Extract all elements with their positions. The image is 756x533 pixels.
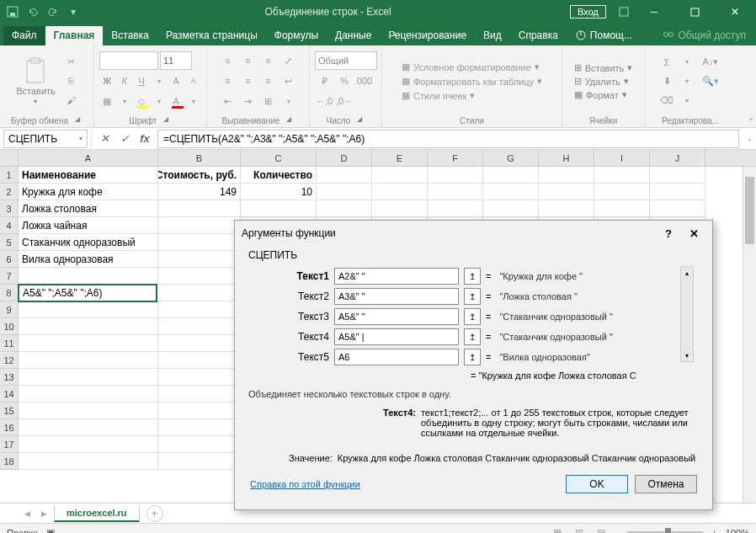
wrap-text-icon[interactable]: ↩	[280, 72, 298, 90]
decrease-decimal-icon[interactable]: ,0→	[335, 92, 354, 110]
col-header-A[interactable]: A	[19, 150, 158, 166]
col-header-D[interactable]: D	[317, 150, 372, 166]
tab-assist[interactable]: Помощ...	[567, 26, 641, 45]
cell-B2[interactable]: 149	[158, 184, 241, 200]
cell-A12[interactable]	[19, 352, 158, 369]
cell-styles-button[interactable]: ▦Стили ячеек ▾	[400, 89, 544, 102]
cell-A13[interactable]	[19, 369, 158, 386]
col-header-G[interactable]: G	[483, 150, 539, 166]
row-header-9[interactable]: 9	[0, 301, 19, 318]
col-header-F[interactable]: F	[428, 150, 483, 166]
cell-D3[interactable]	[317, 200, 372, 217]
sort-filter-icon[interactable]: A↓▾	[698, 53, 723, 72]
delete-cells-button[interactable]: ⊟Удалить ▾	[572, 75, 635, 88]
cell-A5[interactable]: Стаканчик одноразовый	[19, 234, 158, 251]
add-sheet-button[interactable]: +	[146, 505, 163, 522]
cell-C3[interactable]	[241, 200, 317, 217]
cell-A1[interactable]: Наименование	[19, 167, 158, 184]
row-header-2[interactable]: 2	[0, 184, 19, 200]
minimize-button[interactable]: ─	[635, 0, 673, 24]
tab-file[interactable]: Файл	[3, 26, 45, 45]
zoom-value[interactable]: 100%	[726, 528, 749, 534]
dialog-help-button[interactable]: ?	[657, 224, 680, 243]
cell-A4[interactable]: Ложка чайная	[19, 217, 158, 234]
align-launcher[interactable]: ◢	[284, 115, 294, 125]
tab-share[interactable]: Общий доступ	[654, 26, 756, 45]
cell-B9[interactable]	[158, 301, 241, 318]
cut-icon[interactable]: ✂	[62, 52, 81, 71]
cell-B13[interactable]	[158, 369, 241, 386]
conditional-formatting-button[interactable]: ▦Условное форматирование ▾	[400, 61, 544, 73]
cell-D2[interactable]	[317, 184, 372, 200]
col-header-C[interactable]: C	[241, 150, 317, 166]
row-header-3[interactable]: 3	[0, 200, 19, 217]
cell-B15[interactable]	[158, 402, 241, 419]
cell-J3[interactable]	[650, 200, 705, 217]
cell-B7[interactable]	[158, 268, 241, 285]
sheet-next-icon[interactable]: ▶	[37, 507, 51, 520]
page-break-view-icon[interactable]: ▤	[592, 524, 610, 534]
dialog-close-button[interactable]: ✕	[682, 224, 705, 243]
macro-record-icon[interactable]: ▣	[46, 527, 55, 533]
row-header-5[interactable]: 5	[0, 234, 19, 251]
cell-G3[interactable]	[483, 200, 539, 217]
save-icon[interactable]	[3, 3, 22, 21]
cell-A14[interactable]	[19, 386, 158, 402]
number-launcher[interactable]: ◢	[354, 115, 365, 125]
cell-B11[interactable]	[158, 335, 241, 352]
tab-insert[interactable]: Вставка	[103, 26, 157, 45]
cell-J1[interactable]	[650, 167, 705, 184]
cell-F3[interactable]	[428, 200, 483, 217]
cell-B14[interactable]	[158, 386, 241, 402]
font-color-dropdown[interactable]: ▾	[186, 92, 202, 110]
row-header-13[interactable]: 13	[0, 369, 19, 386]
align-right-icon[interactable]: ≡	[259, 72, 278, 90]
select-all-button[interactable]	[0, 150, 19, 166]
sheet-prev-icon[interactable]: ◀	[20, 507, 34, 520]
row-header-17[interactable]: 17	[0, 436, 19, 453]
cell-A2[interactable]: Кружка для кофе	[19, 184, 158, 200]
maximize-button[interactable]	[675, 0, 714, 24]
fill-color-button[interactable]: ◇	[134, 92, 150, 110]
align-left-icon[interactable]: ≡	[219, 72, 237, 90]
cell-A8[interactable]: A5&" ";A5&" ";A6)	[18, 284, 157, 302]
cell-B4[interactable]	[158, 217, 241, 234]
arg-ref-button-4[interactable]: ↥	[464, 349, 481, 365]
insert-cells-button[interactable]: ⊞Вставить ▾	[572, 61, 635, 74]
arg-ref-button-3[interactable]: ↥	[464, 328, 481, 345]
row-header-7[interactable]: 7	[0, 268, 19, 285]
row-header-14[interactable]: 14	[0, 386, 19, 402]
cell-B12[interactable]	[158, 352, 241, 369]
row-header-4[interactable]: 4	[0, 217, 19, 234]
cell-B8[interactable]	[157, 285, 239, 301]
arg-input-4[interactable]	[334, 349, 459, 365]
login-button[interactable]: Вход	[570, 5, 606, 19]
arg-ref-button-0[interactable]: ↥	[464, 268, 481, 285]
ok-button[interactable]: OK	[566, 475, 628, 493]
cell-D1[interactable]	[317, 167, 372, 184]
cell-A10[interactable]	[19, 318, 158, 335]
cell-A6[interactable]: Вилка одноразовая	[19, 251, 158, 268]
sheet-tab-active[interactable]: microexcel.ru	[54, 505, 140, 522]
format-painter-icon[interactable]: 🖌	[62, 91, 81, 109]
row-header-6[interactable]: 6	[0, 251, 19, 268]
increase-decimal-icon[interactable]: ←,0	[315, 92, 333, 110]
cell-A17[interactable]	[19, 436, 158, 453]
format-as-table-button[interactable]: ▦Форматировать как таблицу ▾	[400, 75, 544, 88]
vertical-scrollbar[interactable]	[743, 167, 756, 503]
cell-C2[interactable]: 10	[241, 184, 317, 200]
cell-A11[interactable]	[19, 335, 158, 352]
col-header-E[interactable]: E	[372, 150, 428, 166]
cancel-button[interactable]: Отмена	[635, 475, 697, 493]
font-color-button[interactable]: A	[168, 92, 184, 110]
arg-input-3[interactable]	[334, 328, 459, 345]
cell-A9[interactable]	[19, 301, 158, 318]
cell-B1[interactable]: Стоимость, руб.	[158, 167, 241, 184]
fx-icon[interactable]: fx	[136, 130, 154, 148]
autosum-icon[interactable]: Σ	[658, 53, 676, 72]
format-cells-button[interactable]: ▦Формат ▾	[572, 88, 635, 101]
qat-dropdown-icon[interactable]: ▾	[64, 3, 83, 21]
cell-B16[interactable]	[158, 419, 241, 436]
tab-data[interactable]: Данные	[327, 26, 380, 45]
paste-button[interactable]: Вставить▾	[13, 56, 59, 107]
